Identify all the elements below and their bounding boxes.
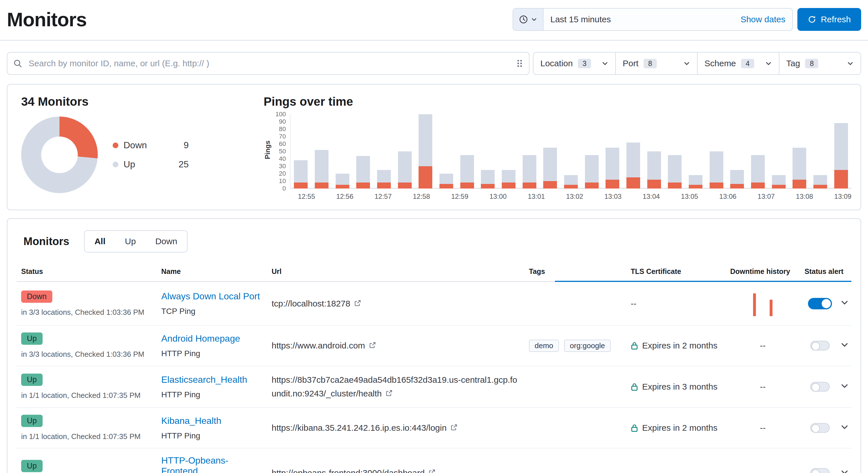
filter-button-scheme[interactable]: Scheme4 xyxy=(697,53,779,74)
monitor-url: tcp://localhost:18278 xyxy=(272,299,350,308)
legend-dot xyxy=(113,162,118,167)
external-link-icon[interactable] xyxy=(354,297,361,310)
monitors-table-panel: Monitors AllUpDown Status Name Url Tags … xyxy=(7,218,861,473)
refresh-button-label: Refresh xyxy=(821,14,851,24)
ping-bar xyxy=(377,170,391,189)
external-link-icon[interactable] xyxy=(369,339,376,352)
external-link-icon[interactable] xyxy=(429,466,435,473)
url-cell: https://kibana.35.241.242.16.ip.es.io:44… xyxy=(267,414,524,442)
external-link-icon[interactable] xyxy=(451,421,458,435)
monitor-name-link[interactable]: Elasticsearch_Health xyxy=(161,374,247,385)
chevron-down-icon xyxy=(531,16,537,23)
tls-cell: Expires in 2 months xyxy=(626,334,725,357)
column-header-status-alert[interactable]: Status alert xyxy=(800,262,840,281)
filter-button-tag[interactable]: Tag8 xyxy=(779,53,861,74)
status-alert-toggle[interactable] xyxy=(810,382,830,392)
clock-icon xyxy=(519,15,528,24)
ping-bar xyxy=(356,156,370,189)
x-tick-label: 12:55 xyxy=(298,193,315,201)
tag-badge[interactable]: org:google xyxy=(564,340,611,352)
ping-bar xyxy=(606,148,619,189)
expand-cell xyxy=(840,461,852,473)
expand-cell xyxy=(840,333,852,358)
external-link-icon[interactable] xyxy=(386,387,393,400)
status-badge: Up xyxy=(21,415,42,427)
pings-chart-title: Pings over time xyxy=(264,95,851,108)
column-header-status[interactable]: Status xyxy=(17,262,157,281)
expand-row-chevron-icon[interactable] xyxy=(840,468,849,473)
filter-button-port[interactable]: Port8 xyxy=(615,53,697,74)
header-accent-line xyxy=(555,281,851,282)
legend-item-down[interactable]: Down9 xyxy=(113,140,189,150)
downtime-cell: -- xyxy=(725,375,800,399)
monitor-url: https://www.android.com xyxy=(272,341,365,350)
table-row: Upin 3/3 locations, Checked 1:07:38 PMHT… xyxy=(17,448,851,473)
show-dates-link[interactable]: Show dates xyxy=(734,14,792,24)
ping-bar xyxy=(710,151,723,189)
x-tick-label: 13:03 xyxy=(604,193,622,201)
expand-row-chevron-icon[interactable] xyxy=(840,381,849,391)
refresh-button[interactable]: Refresh xyxy=(797,8,861,31)
filter-button-location[interactable]: Location3 xyxy=(533,53,615,74)
search-input[interactable] xyxy=(27,58,511,69)
table-header-row: Status Name Url Tags TLS Certificate Dow… xyxy=(17,262,851,282)
monitor-name-link[interactable]: Android Homepage xyxy=(161,333,240,344)
table-row: Upin 1/1 location, Checked 1:07:35 PMEla… xyxy=(17,366,851,408)
status-tab-up[interactable]: Up xyxy=(115,231,146,252)
monitor-name-link[interactable]: HTTP-Opbeans-Frontend xyxy=(161,455,262,473)
status-badge: Up xyxy=(21,374,42,386)
expand-row-chevron-icon[interactable] xyxy=(840,423,849,432)
url-cell: tcp://localhost:18278 xyxy=(267,290,524,317)
ping-bar xyxy=(460,155,474,189)
column-header-tls[interactable]: TLS Certificate xyxy=(626,262,725,281)
x-tick-label: 13:08 xyxy=(796,193,813,201)
tag-badge[interactable]: demo xyxy=(529,340,559,352)
tags-cell xyxy=(524,466,626,473)
expand-row-chevron-icon[interactable] xyxy=(840,298,849,307)
legend-item-up[interactable]: Up25 xyxy=(113,159,189,170)
header-actions: Last 15 minutes Show dates Refresh xyxy=(513,8,861,31)
monitor-type: HTTP Ping xyxy=(161,390,262,399)
query-menu-icon[interactable] xyxy=(516,59,523,67)
refresh-icon xyxy=(808,15,816,24)
legend-value: 25 xyxy=(169,159,189,170)
ping-bar xyxy=(626,142,640,189)
ping-bar xyxy=(439,174,453,189)
overview-panel: 34 Monitors Down9Up25 Pings over time Pi… xyxy=(7,84,861,210)
search-box xyxy=(7,52,529,75)
tls-expiry: Expires in 3 months xyxy=(642,382,717,392)
status-alert-toggle[interactable] xyxy=(810,341,830,350)
time-range-value[interactable]: Last 15 minutes xyxy=(544,14,734,24)
ping-bar xyxy=(834,123,848,189)
expand-row-chevron-icon[interactable] xyxy=(840,340,849,349)
column-header-url[interactable]: Url xyxy=(267,262,524,281)
legend-label: Down xyxy=(124,140,157,150)
ping-bar xyxy=(523,155,536,189)
y-axis-ticks: 0102030405060708090100 xyxy=(272,114,290,189)
checked-locations-text: in 1/1 location, Checked 1:07:35 PM xyxy=(21,391,152,400)
monitor-name-link[interactable]: Kibana_Health xyxy=(161,415,221,426)
status-alert-toggle[interactable] xyxy=(810,423,830,433)
lock-icon xyxy=(631,424,638,432)
time-quick-select-button[interactable] xyxy=(513,8,544,30)
status-alert-toggle[interactable] xyxy=(810,468,830,473)
y-axis-label: Pings xyxy=(264,140,272,159)
name-cell: HTTP-Opbeans-FrontendHTTP Ping xyxy=(157,448,267,473)
y-tick-label: 40 xyxy=(279,155,286,163)
status-alert-toggle[interactable] xyxy=(808,298,832,309)
date-picker: Last 15 minutes Show dates xyxy=(513,8,793,31)
downtime-cell xyxy=(725,282,800,325)
status-tab-all[interactable]: All xyxy=(85,231,115,252)
page-title: Monitors xyxy=(7,8,87,31)
y-tick-label: 20 xyxy=(279,170,286,177)
y-tick-label: 100 xyxy=(275,110,286,118)
tls-cell: Expires in 3 months xyxy=(626,375,725,399)
column-header-name[interactable]: Name xyxy=(157,262,267,281)
y-tick-label: 0 xyxy=(282,185,286,192)
status-badge: Up xyxy=(21,460,42,472)
monitor-name-link[interactable]: Always Down Local Port xyxy=(161,291,260,302)
column-header-downtime[interactable]: Downtime history xyxy=(725,262,800,281)
status-cell: Upin 3/3 locations, Checked 1:03:36 PM xyxy=(17,326,157,366)
column-header-tags[interactable]: Tags xyxy=(524,262,626,281)
status-tab-down[interactable]: Down xyxy=(146,231,187,252)
